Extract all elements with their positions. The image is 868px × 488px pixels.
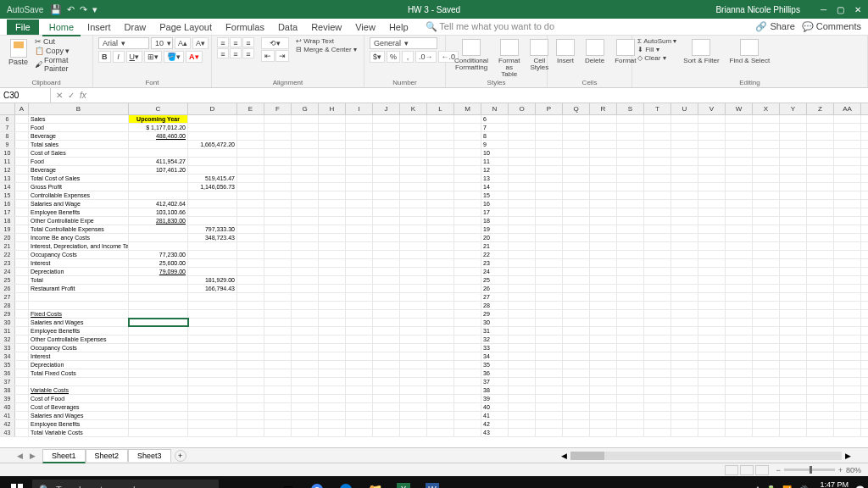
cell[interactable]: [536, 200, 563, 208]
cell[interactable]: [237, 166, 264, 174]
cell[interactable]: [319, 175, 346, 182]
cell[interactable]: [807, 124, 834, 131]
row-header[interactable]: 22: [0, 251, 15, 258]
clock[interactable]: 1:47 PM9/26/2019: [815, 481, 849, 488]
insert-cells-button[interactable]: Insert: [553, 37, 578, 66]
cell[interactable]: 519,415.47: [188, 175, 237, 182]
cell[interactable]: [834, 310, 861, 318]
cell[interactable]: [129, 386, 188, 394]
cell[interactable]: Other Controllable Expenses: [29, 336, 129, 343]
cell[interactable]: [292, 251, 319, 258]
cell[interactable]: [129, 234, 188, 241]
cell[interactable]: [346, 132, 373, 140]
user-name[interactable]: Brianna Nicole Phillips: [715, 5, 800, 14]
cell[interactable]: [346, 319, 373, 326]
cell[interactable]: [617, 208, 644, 216]
cell[interactable]: [509, 217, 536, 225]
cell[interactable]: [264, 259, 292, 267]
row-header[interactable]: 26: [0, 285, 15, 292]
cell[interactable]: [563, 403, 590, 411]
cell[interactable]: [780, 149, 807, 157]
cell[interactable]: [726, 310, 753, 318]
cell[interactable]: Other Controllable Expe: [29, 217, 129, 225]
cell[interactable]: [427, 285, 454, 292]
cell[interactable]: [644, 175, 671, 182]
cell[interactable]: [427, 191, 454, 199]
col-header-H[interactable]: H: [319, 103, 346, 114]
cell[interactable]: [292, 403, 319, 411]
cell[interactable]: [188, 208, 237, 216]
cell[interactable]: [671, 420, 698, 428]
add-sheet-button[interactable]: +: [175, 450, 186, 462]
cell[interactable]: [698, 336, 726, 343]
cell[interactable]: [188, 412, 237, 419]
cell[interactable]: 15: [481, 191, 509, 199]
cell[interactable]: [834, 158, 861, 165]
cell[interactable]: [509, 327, 536, 335]
cell[interactable]: [536, 395, 563, 402]
cell[interactable]: [617, 412, 644, 419]
cell[interactable]: [509, 336, 536, 343]
cell[interactable]: [563, 420, 590, 428]
cell[interactable]: Salaries and Wages: [29, 319, 129, 326]
cell[interactable]: [671, 336, 698, 343]
cell[interactable]: [671, 124, 698, 131]
cell[interactable]: [400, 285, 427, 292]
cell[interactable]: [237, 293, 264, 301]
cell[interactable]: [400, 429, 427, 436]
cell[interactable]: [346, 149, 373, 157]
cell[interactable]: [237, 115, 264, 123]
cell[interactable]: 281,830.00: [129, 217, 188, 225]
row-header[interactable]: 12: [0, 166, 15, 174]
cell[interactable]: [726, 183, 753, 191]
cell[interactable]: [346, 141, 373, 148]
cell[interactable]: [400, 124, 427, 131]
cell[interactable]: [726, 234, 753, 241]
cell[interactable]: [726, 420, 753, 428]
cell[interactable]: [319, 268, 346, 275]
cell[interactable]: [563, 386, 590, 394]
cell[interactable]: [644, 183, 671, 191]
cell[interactable]: [726, 429, 753, 436]
cell[interactable]: [454, 403, 481, 411]
cell[interactable]: [617, 251, 644, 258]
cell[interactable]: [753, 386, 780, 394]
cell[interactable]: [29, 378, 129, 385]
cell[interactable]: [346, 310, 373, 318]
cell[interactable]: $ 1,177,012.20: [129, 124, 188, 131]
cell[interactable]: [129, 344, 188, 352]
format-painter-button[interactable]: 🖌Format Painter: [35, 56, 87, 73]
cell[interactable]: [644, 158, 671, 165]
cell[interactable]: [427, 183, 454, 191]
row-header[interactable]: 32: [0, 336, 15, 343]
cell[interactable]: [373, 268, 400, 275]
cell[interactable]: 9: [481, 141, 509, 148]
cell[interactable]: [807, 327, 834, 335]
cell[interactable]: [726, 395, 753, 402]
cell[interactable]: [753, 276, 780, 284]
cell[interactable]: [617, 361, 644, 369]
cell[interactable]: [454, 115, 481, 123]
cell[interactable]: [509, 310, 536, 318]
cell[interactable]: [129, 420, 188, 428]
cell[interactable]: Restaurant Profit: [29, 285, 129, 292]
cell[interactable]: [400, 420, 427, 428]
row-header[interactable]: 9: [0, 141, 15, 148]
cell[interactable]: 797,333.30: [188, 225, 237, 233]
cell[interactable]: [188, 429, 237, 436]
cell[interactable]: [129, 310, 188, 318]
cell[interactable]: [807, 259, 834, 267]
cell[interactable]: [617, 302, 644, 309]
cell[interactable]: [536, 327, 563, 335]
cell[interactable]: [780, 420, 807, 428]
cell[interactable]: [563, 242, 590, 250]
cell[interactable]: [536, 158, 563, 165]
cell[interactable]: [237, 183, 264, 191]
cell[interactable]: 79,099.00: [129, 268, 188, 275]
cell[interactable]: 35: [481, 361, 509, 369]
cell[interactable]: [129, 276, 188, 284]
row-header[interactable]: 29: [0, 310, 15, 318]
cell[interactable]: [319, 149, 346, 157]
cell[interactable]: [563, 336, 590, 343]
cell[interactable]: [590, 191, 617, 199]
